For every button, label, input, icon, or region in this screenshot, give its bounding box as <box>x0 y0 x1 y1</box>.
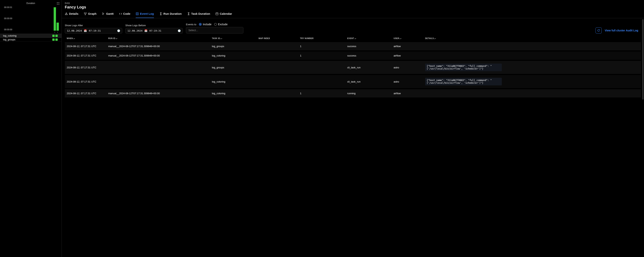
col-task-id[interactable]: TASK ID▴▾ <box>210 36 257 41</box>
hourglass-icon <box>187 12 190 15</box>
chart-bars[interactable]: ▸ ▸ <box>14 6 60 33</box>
table-row[interactable]: 2024-08-12, 07:17:31 UTClog_coloringcli_… <box>65 74 641 89</box>
list-icon <box>136 12 139 15</box>
col-details[interactable]: DETAILS▴▾ <box>423 36 641 41</box>
exclude-radio[interactable]: Exclude <box>214 23 228 26</box>
cell-run_id <box>106 60 210 74</box>
tabs: Details Graph Gantt Code Event Log Run D… <box>62 9 644 18</box>
cell-user: airflow <box>392 41 423 51</box>
table-row[interactable]: 2024-08-12, 07:17:31 UTCmanual__2024-08-… <box>65 51 641 60</box>
logs-after-field: Show Logs After 12.08.2024 📅 07:19:31 🕐 <box>65 24 122 33</box>
svg-rect-3 <box>86 13 86 13</box>
col-run-id[interactable]: RUN ID▴▾ <box>106 36 210 41</box>
cell-task_id: log_coloring <box>210 74 257 89</box>
tab-event-log[interactable]: Event Log <box>136 12 154 18</box>
sidebar: Duration 00:00:01 00:00:00 00:00:00 ▸ ▸ … <box>0 0 62 257</box>
audit-log-link[interactable]: View full cluster Audit Log <box>605 29 638 32</box>
tab-task-duration[interactable]: Task Duration <box>187 12 210 18</box>
cell-event: running <box>346 89 392 97</box>
task-row[interactable]: log_groups <box>0 38 62 41</box>
task-name: log_coloring <box>3 34 16 37</box>
cell-map_index <box>257 41 298 51</box>
cell-details <box>423 51 641 60</box>
svg-rect-4 <box>85 14 86 15</box>
task-row[interactable]: log_coloring <box>0 34 62 38</box>
cell-details <box>423 41 641 51</box>
cell-run_id: manual__2024-08-12T07:17:31.309848+00:00 <box>106 41 210 51</box>
task-status-cell[interactable] <box>56 38 58 41</box>
cell-when: 2024-08-12, 07:17:31 UTC <box>65 41 106 51</box>
page-title: Fancy Logs <box>65 5 641 9</box>
logs-after-input[interactable]: 12.08.2024 📅 07:19:31 🕐 <box>65 28 122 33</box>
tab-calendar[interactable]: Calendar <box>216 12 232 18</box>
cell-user: airflow <box>392 89 423 97</box>
tab-gantt[interactable]: Gantt <box>102 12 114 18</box>
graph-icon <box>84 12 87 15</box>
cell-run_id: manual__2024-08-12T07:17:31.309848+00:00 <box>106 51 210 60</box>
cell-try_number: 1 <box>298 51 345 60</box>
chart-title: Duration <box>2 2 60 4</box>
tab-details[interactable]: Details <box>65 12 78 18</box>
task-name: log_groups <box>3 38 15 41</box>
hourglass-icon <box>159 12 162 15</box>
main-panel: DAG Fancy Logs Details Graph Gantt Code <box>62 0 644 257</box>
calendar-icon: 📅 <box>84 29 87 32</box>
cell-run_id: manual__2024-08-12T07:17:31.309848+00:00 <box>106 89 210 97</box>
cell-try_number: 1 <box>298 41 345 51</box>
cell-details: {"host_name": "311a867f0883", "full_comm… <box>423 74 641 89</box>
clock-icon: 🕐 <box>178 29 181 32</box>
cell-event: success <box>346 41 392 51</box>
cell-try_number <box>298 74 345 89</box>
logs-after-label: Show Logs After <box>65 24 122 27</box>
duration-chart: Duration 00:00:01 00:00:00 00:00:00 ▸ ▸ <box>0 0 62 33</box>
col-event[interactable]: EVENT▴▾ <box>346 36 392 41</box>
cell-event: success <box>346 51 392 60</box>
cell-task_id: log_coloring <box>210 89 257 97</box>
include-radio[interactable]: Include <box>199 23 212 26</box>
svg-rect-5 <box>102 13 103 13</box>
task-list: log_coloring log_groups <box>0 34 62 41</box>
cell-map_index <box>257 74 298 89</box>
tab-graph[interactable]: Graph <box>84 12 96 18</box>
cell-map_index <box>257 51 298 60</box>
chart-bar[interactable]: ▸ <box>56 22 59 31</box>
gantt-icon <box>102 12 105 15</box>
cell-details: {"host_name": "311a867f0883", "full_comm… <box>423 60 641 74</box>
table-row[interactable]: 2024-08-12, 07:17:31 UTCmanual__2024-08-… <box>65 41 641 51</box>
cell-when: 2024-08-12, 07:17:31 UTC <box>65 74 106 89</box>
cell-user: astro <box>392 60 423 74</box>
logs-before-input[interactable]: 12.08.2024 📅 07:19:31 🕐 <box>125 28 183 33</box>
toolbar: Show Logs After 12.08.2024 📅 07:19:31 🕐 … <box>62 18 644 36</box>
table-row[interactable]: 2024-08-12, 07:17:31 UTCmanual__2024-08-… <box>65 89 641 97</box>
col-user[interactable]: USER▴▾ <box>392 36 423 41</box>
events-to-field: Events to Include Exclude Select... <box>186 23 244 33</box>
task-status-cell[interactable] <box>52 35 55 37</box>
logs-before-field: Show Logs Before 12.08.2024 📅 07:19:31 🕐 <box>125 24 183 33</box>
cell-try_number: 1 <box>298 89 345 97</box>
event-log-table: WHEN▴▾ RUN ID▴▾ TASK ID▴▾ MAP INDEX TRY … <box>62 36 644 257</box>
cell-task_id: log_coloring <box>210 51 257 60</box>
tab-run-duration[interactable]: Run Duration <box>159 12 182 18</box>
svg-rect-6 <box>103 13 104 14</box>
cell-user: astro <box>392 74 423 89</box>
tab-code[interactable]: Code <box>119 12 130 18</box>
collapse-icon[interactable] <box>56 1 60 5</box>
refresh-button[interactable] <box>596 27 602 33</box>
col-when[interactable]: WHEN▴▾ <box>65 36 106 41</box>
svg-rect-2 <box>84 13 85 13</box>
calendar-icon: 📅 <box>144 29 148 32</box>
table-row[interactable]: 2024-08-12, 07:17:31 UTClog_groupscli_ta… <box>65 60 641 74</box>
cell-when: 2024-08-12, 07:17:31 UTC <box>65 89 106 97</box>
svg-point-1 <box>66 14 66 14</box>
events-select[interactable]: Select... <box>186 27 244 33</box>
cell-task_id: log_groups <box>210 60 257 74</box>
chart-bar[interactable]: ▸ <box>54 7 56 31</box>
task-status-cell[interactable] <box>56 35 58 37</box>
scrollbar[interactable] <box>642 19 644 100</box>
cell-map_index <box>257 89 298 97</box>
svg-rect-12 <box>216 13 218 15</box>
events-to-label: Events to <box>186 23 196 26</box>
cell-task_id: log_groups <box>210 41 257 51</box>
col-map-index: MAP INDEX <box>257 36 298 41</box>
task-status-cell[interactable] <box>52 38 55 41</box>
